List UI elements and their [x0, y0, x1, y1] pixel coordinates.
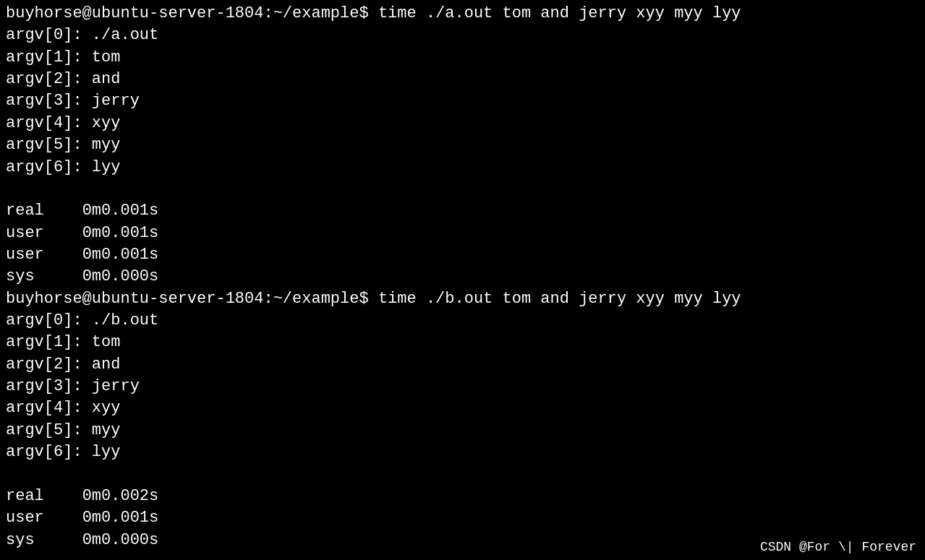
terminal-line: real 0m0.002s [6, 486, 919, 507]
watermark: CSDN @For \| Forever [760, 540, 916, 554]
terminal-line: user 0m0.001s [6, 244, 919, 266]
terminal-line: user 0m0.001s [6, 223, 919, 244]
terminal-line: argv[1]: tom [6, 332, 919, 353]
terminal-line: sys 0m0.000s [6, 266, 919, 288]
terminal-line: argv[0]: ./b.out [6, 310, 919, 332]
terminal-line: argv[3]: jerry [6, 376, 919, 397]
terminal-line: argv[2]: and [6, 354, 919, 376]
terminal-line: argv[2]: and [6, 69, 919, 90]
terminal-line: argv[4]: xyy [6, 113, 919, 134]
terminal-line: real 0m0.001s [6, 200, 919, 222]
terminal-empty-line [6, 178, 919, 200]
terminal-line: argv[1]: tom [6, 47, 919, 69]
terminal-line: argv[4]: xyy [6, 397, 919, 419]
terminal-window[interactable]: buyhorse@ubuntu-server-1804:~/example$ t… [0, 0, 925, 560]
terminal-empty-line [6, 464, 919, 486]
terminal-output: buyhorse@ubuntu-server-1804:~/example$ t… [6, 3, 919, 551]
terminal-line: argv[5]: myy [6, 134, 919, 156]
terminal-line: buyhorse@ubuntu-server-1804:~/example$ t… [6, 3, 919, 25]
terminal-line: argv[0]: ./a.out [6, 25, 919, 46]
terminal-line: argv[6]: lyy [6, 441, 919, 463]
terminal-line: argv[3]: jerry [6, 90, 919, 112]
terminal-line: argv[5]: myy [6, 420, 919, 441]
terminal-line: argv[6]: lyy [6, 157, 919, 178]
terminal-line: user 0m0.001s [6, 507, 919, 529]
terminal-line: buyhorse@ubuntu-server-1804:~/example$ t… [6, 288, 919, 310]
